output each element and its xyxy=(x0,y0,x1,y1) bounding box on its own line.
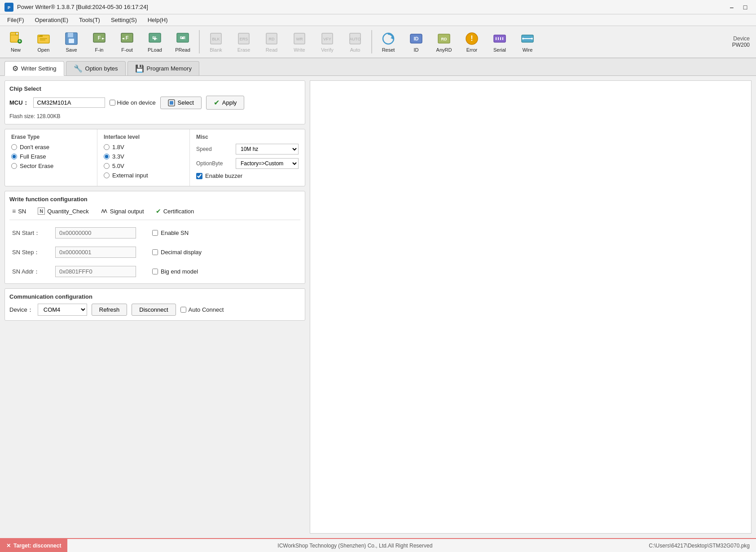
pload-button[interactable]: PL PLoad xyxy=(142,28,168,56)
menu-tools[interactable]: Tools(T) xyxy=(75,16,105,24)
ext-radio[interactable] xyxy=(104,172,110,178)
1v8-option[interactable]: 1.8V xyxy=(104,144,183,150)
speed-select[interactable]: 10M hz 5M hz 2M hz 1M hz xyxy=(236,144,299,155)
mcu-input[interactable] xyxy=(33,97,105,108)
pread-button[interactable]: PR PRead xyxy=(170,28,196,56)
menu-setting[interactable]: Setting(S) xyxy=(106,16,141,24)
comm-device-select[interactable]: COM1 COM2 COM3 COM4 xyxy=(38,304,87,316)
sector-erase-radio[interactable] xyxy=(11,163,17,169)
svg-text:ID: ID xyxy=(414,36,419,41)
hide-on-device-check[interactable]: Hide on device xyxy=(110,99,156,106)
refresh-button[interactable]: Refresh xyxy=(92,304,127,316)
erase-icon: ERS xyxy=(237,31,251,46)
enable-sn-check[interactable]: Enable SN xyxy=(152,230,189,236)
sn-start-input[interactable] xyxy=(55,227,136,238)
wf-tab-signal[interactable]: Signal output xyxy=(98,206,147,216)
verify-button[interactable]: VFY Verify xyxy=(314,28,340,56)
serial-label: Serial xyxy=(493,47,506,53)
pload-label: PLoad xyxy=(148,47,162,53)
tabs-bar: ⚙ Writer Setting 🔧 Option bytes 💾 Progra… xyxy=(0,58,756,76)
ext-input-option[interactable]: External input xyxy=(104,172,183,179)
wf-tab-cert[interactable]: ✔ Certification xyxy=(153,206,197,216)
sector-erase-option[interactable]: Sector Erase xyxy=(11,163,91,169)
1v8-radio[interactable] xyxy=(104,144,110,150)
save-button[interactable]: Save xyxy=(58,28,84,56)
wire-button[interactable]: Wire xyxy=(514,28,541,56)
tab-writer-setting[interactable]: ⚙ Writer Setting xyxy=(4,61,64,76)
decimal-display-label: Decimal display xyxy=(161,249,202,256)
minimize-button[interactable]: – xyxy=(725,2,738,13)
3v3-option[interactable]: 3.3V xyxy=(104,153,183,160)
write-button[interactable]: WR Write xyxy=(286,28,312,56)
dont-erase-radio[interactable] xyxy=(11,144,17,150)
enable-buzzer-checkbox[interactable] xyxy=(196,173,202,179)
fout-label: F-out xyxy=(121,47,133,53)
reset-button[interactable]: Reset xyxy=(375,28,401,56)
sn-addr-input[interactable] xyxy=(55,266,136,277)
fout-button[interactable]: F F-out xyxy=(114,28,140,56)
option-byte-row: OptionByte Factory=>Custom Keep Custom xyxy=(196,158,299,169)
menu-help[interactable]: Help(H) xyxy=(143,16,172,24)
full-erase-radio[interactable] xyxy=(11,154,17,159)
auto-connect-check[interactable]: Auto Connect xyxy=(180,306,224,313)
apply-button[interactable]: ✔ Apply xyxy=(206,96,245,110)
fin-button[interactable]: F F-in xyxy=(86,28,112,56)
full-erase-option[interactable]: Full Erase xyxy=(11,153,91,160)
maximize-button[interactable]: □ xyxy=(739,2,752,13)
5v0-radio[interactable] xyxy=(104,163,110,169)
save-icon xyxy=(64,31,79,46)
serial-button[interactable]: Serial xyxy=(487,28,513,56)
decimal-display-checkbox[interactable] xyxy=(152,249,158,255)
5v0-option[interactable]: 5.0V xyxy=(104,163,183,169)
device-label: Device xyxy=(733,35,750,42)
dont-erase-option[interactable]: Don't erase xyxy=(11,144,91,150)
enable-sn-label: Enable SN xyxy=(161,230,189,236)
new-icon: + xyxy=(9,31,23,46)
id-button[interactable]: ID ID xyxy=(403,28,429,56)
enable-buzzer-option[interactable]: Enable buzzer xyxy=(196,172,299,179)
wire-label: Wire xyxy=(523,47,533,53)
decimal-display-check[interactable]: Decimal display xyxy=(152,249,202,256)
program-memory-icon: 💾 xyxy=(135,64,144,73)
title-bar-controls: – □ xyxy=(725,2,752,13)
menu-file[interactable]: File(F) xyxy=(3,16,29,24)
blank-button[interactable]: BLK Blank xyxy=(203,28,229,56)
open-button[interactable]: Open xyxy=(31,28,57,56)
anyrd-button[interactable]: RD AnyRD xyxy=(431,28,457,56)
tab-program-memory[interactable]: 💾 Program Memory xyxy=(127,61,199,75)
sn-step-input[interactable] xyxy=(55,247,136,258)
erase-button[interactable]: ERS Erase xyxy=(231,28,257,56)
svg-line-52 xyxy=(101,209,103,213)
wf-tab-quantity[interactable]: N Quantity_Check xyxy=(35,206,92,216)
sn-fields: SN Start： Enable SN SN Step： Decimal dis… xyxy=(9,225,300,279)
disconnect-button[interactable]: Disconnect xyxy=(132,304,176,316)
misc-title: Misc xyxy=(196,134,299,140)
option-bytes-icon: 🔧 xyxy=(74,64,83,73)
main-area: Chip Select MCU： Hide on device Select ✔… xyxy=(0,76,756,538)
select-button[interactable]: Select xyxy=(160,97,202,109)
big-end-check[interactable]: Big end model xyxy=(152,268,198,275)
flash-size: Flash size: 128.00KB xyxy=(9,113,300,119)
option-byte-select[interactable]: Factory=>Custom Keep Custom xyxy=(236,158,299,169)
svg-rect-12 xyxy=(69,39,74,43)
interface-level-title: Interface level xyxy=(104,134,183,140)
wf-tab-sn[interactable]: ≡ SN xyxy=(9,206,29,216)
hide-on-device-checkbox[interactable] xyxy=(110,100,115,106)
big-end-checkbox[interactable] xyxy=(152,269,158,274)
config-grid: Erase Type Don't erase Full Erase Sector… xyxy=(4,129,305,186)
5v0-label: 5.0V xyxy=(112,163,124,169)
speed-label: Speed xyxy=(196,146,232,152)
auto-button[interactable]: AUTO Auto xyxy=(342,28,368,56)
menu-operation[interactable]: Operation(E) xyxy=(31,16,73,24)
verify-icon: VFY xyxy=(320,31,334,46)
svg-line-53 xyxy=(103,209,104,213)
3v3-radio[interactable] xyxy=(104,154,110,159)
tab-option-bytes[interactable]: 🔧 Option bytes xyxy=(66,61,126,75)
sn-start-label: SN Start： xyxy=(12,229,48,237)
enable-sn-checkbox[interactable] xyxy=(152,230,158,236)
auto-connect-label: Auto Connect xyxy=(189,306,224,313)
read-button[interactable]: RD Read xyxy=(259,28,285,56)
error-button[interactable]: ! Error xyxy=(459,28,485,56)
new-button[interactable]: + New xyxy=(3,28,29,56)
auto-connect-checkbox[interactable] xyxy=(180,307,186,313)
